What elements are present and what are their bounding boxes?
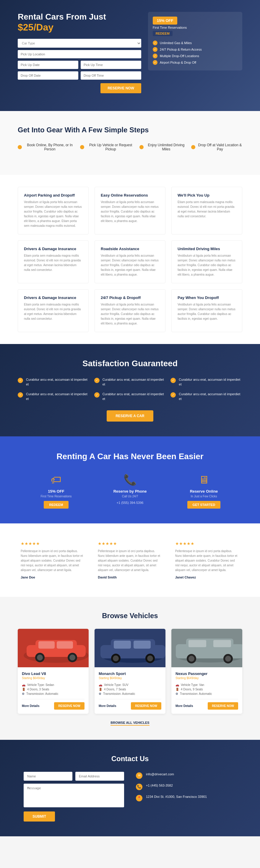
more-details-2[interactable]: More Details [176, 704, 193, 708]
get-started-button[interactable]: GET STARTED [187, 501, 221, 508]
pickup-location-input[interactable] [18, 50, 141, 58]
testimonial-2: ★★★★★ Pellentesque in ipsum id orci port… [172, 538, 242, 582]
sat-check-3: ✓ [18, 392, 23, 398]
step-item-2: Pick Up Vehicle or Request Pickup [80, 143, 135, 151]
feature-item-1: ✓ Unlimited Gas & Miles [153, 40, 237, 46]
feature-card-7: 24/7 Pickup & Dropoff Vestibulum ut ligu… [95, 289, 165, 332]
step-radio-2 [80, 145, 84, 149]
easy-heading: Renting A Car Has Never Been Easier [24, 451, 236, 462]
svg-point-29 [225, 656, 231, 662]
email-icon: ✉ [136, 772, 142, 779]
reserve-now-button[interactable]: RESERVE NOW [101, 83, 141, 93]
spec-0-2: ⚙Transmission: Automatic [22, 691, 84, 696]
contact-message-input[interactable] [24, 784, 124, 807]
svg-rect-24 [188, 640, 206, 647]
feature-item-2: ✓ 24/7 Pickup & Return Access [153, 46, 237, 53]
satisfaction-item-4: ✓ Curabitur arcu erat, accumsan id imper… [94, 392, 166, 401]
check-icon-2: ✓ [153, 47, 157, 52]
feature-card-6: Drivers & Damage Insurance Etiam porta s… [18, 289, 89, 332]
contact-info-0: ✉ info@drivecart.com [136, 772, 236, 779]
testimonial-author-1: David Smith [98, 576, 162, 579]
contact-form: SUBMIT [24, 772, 124, 822]
easy-card-0: 🏷 15% OFF First Time Reservations REDEEM [24, 474, 89, 508]
easy-card-2: 🖥 Reserve Online In Just a Few Clicks GE… [171, 474, 236, 508]
vehicle-name-1: Monarch Sport [99, 672, 161, 676]
car-type-select[interactable]: Car Type [18, 39, 141, 48]
vehicle-image-1 [95, 629, 165, 667]
steps-heading: Get Into Gear With A Few Simple Steps [18, 126, 242, 134]
vehicles-heading: Browse Vehicles [18, 612, 242, 620]
location-icon: 📍 [136, 795, 142, 801]
check-icon-4: ✓ [153, 60, 157, 65]
check-icon-3: ✓ [153, 54, 157, 58]
satisfaction-item-3: ✓ Curabitur arcu erat, accumsan id imper… [18, 392, 89, 401]
sat-check-0: ✓ [18, 378, 23, 383]
reserve-vehicle-button-1[interactable]: RESERVE NOW [131, 702, 161, 710]
vehicle-card-0: Divo Lead V8 Starting $649/day 🚗Vehicle … [18, 629, 89, 714]
spec-2-1: 🚪4 Doors, 9 Seats [176, 687, 238, 691]
vehicle-starting-0: Starting $649/day [22, 677, 84, 680]
vehicle-specs-0: 🚗Vehicle Type: Sedan 🚪4 Doors, 3 Seats ⚙… [22, 683, 84, 696]
svg-point-7 [37, 655, 43, 660]
discount-icon: 🏷 [24, 474, 89, 486]
testimonial-author-2: Janet Chavez [175, 576, 239, 579]
stars-2: ★★★★★ [175, 541, 239, 546]
vehicles-section: Browse Vehicles Divo Lead V8 [0, 597, 260, 740]
stars-1: ★★★★★ [98, 541, 162, 546]
pickup-time-input[interactable] [81, 61, 141, 69]
discount-sub: First Time Reservations [153, 26, 237, 29]
svg-rect-25 [213, 640, 231, 647]
dropoff-date-input[interactable] [18, 71, 78, 80]
discount-badge: 15% OFF [153, 17, 178, 25]
step-item-4: Drop Off at Valid Location & Pay [191, 143, 242, 151]
svg-point-27 [188, 656, 194, 662]
step-item-3: Enjoy Unlimited Driving Miles [140, 143, 186, 151]
contact-submit-button[interactable]: SUBMIT [24, 811, 55, 822]
contact-info-1: 📞 +1 (445) 563-3582 [136, 783, 236, 790]
spec-1-2: ⚙Transmission: Automatic [99, 691, 161, 696]
feature-card-2: We'll Pick You Up Etiam porta sem malesu… [171, 187, 242, 235]
satisfaction-item-5: ✓ Curabitur arcu erat, accumsan id imper… [171, 392, 242, 401]
feature-card-5: Unlimited Driving Miles Vestibulum ut li… [171, 240, 242, 283]
step-radio-3 [140, 145, 144, 149]
feature-card-4: Roadside Assistance Vestibulum ut ligula… [95, 240, 165, 283]
satisfaction-heading: Satisfaction Guaranteed [18, 359, 242, 368]
sat-check-2: ✓ [171, 378, 176, 383]
more-details-1[interactable]: More Details [99, 704, 116, 708]
redeem-button[interactable]: REDEEM [44, 501, 68, 508]
reserve-vehicle-button-0[interactable]: RESERVE NOW [54, 702, 84, 710]
contact-section: Contact Us SUBMIT ✉ info@drivecart.com 📞… [0, 740, 260, 836]
vehicle-specs-2: 🚗Vehicle Type: Van 🚪4 Doors, 9 Seats ⚙Tr… [176, 683, 238, 696]
reserve-car-button[interactable]: RESERVE A CAR [107, 410, 153, 422]
easy-card-1: 📞 Reserve by Phone Call Us 24/7 +1 (555)… [98, 474, 162, 508]
svg-rect-4 [38, 641, 55, 649]
vehicle-card-2: Nexus Passenger Starting $649/day 🚗Vehic… [171, 629, 242, 714]
svg-point-9 [69, 655, 75, 660]
steps-section: Get Into Gear With A Few Simple Steps Bo… [0, 111, 260, 175]
satisfaction-item-0: ✓ Curabitur arcu erat, accumsan id imper… [18, 377, 89, 387]
feature-card-1: Easy Online Reservations Vestibulum ut l… [95, 187, 165, 235]
phone-icon: 📞 [98, 474, 162, 486]
vehicle-starting-1: Starting $649/day [99, 677, 161, 680]
satisfaction-section: Satisfaction Guaranteed ✓ Curabitur arcu… [0, 344, 260, 436]
vehicle-starting-2: Starting $649/day [176, 677, 238, 680]
monitor-icon: 🖥 [171, 474, 236, 486]
hero-tagline: Rental Cars From Just [18, 12, 141, 22]
spec-2-0: 🚗Vehicle Type: Van [176, 683, 238, 687]
reserve-vehicle-button-2[interactable]: RESERVE NOW [208, 702, 238, 710]
step-item-1: Book Online, By Phone, or In Person [18, 143, 75, 151]
contact-phone-text: +1 (445) 563-3582 [146, 783, 173, 788]
spec-0-0: 🚗Vehicle Type: Sedan [22, 683, 84, 687]
feature-card-8: Pay When You Dropoff Vestibulum ut ligul… [171, 289, 242, 332]
more-details-0[interactable]: More Details [22, 704, 39, 708]
svg-rect-14 [114, 641, 131, 649]
contact-name-input[interactable] [24, 772, 72, 781]
feature-list: ✓ Unlimited Gas & Miles ✓ 24/7 Pickup & … [153, 40, 237, 66]
contact-email-input[interactable] [75, 772, 124, 781]
contact-info-2: 📍 1234 Divi St. #1000, San Francisco 339… [136, 794, 236, 801]
testimonial-text-1: Pellentesque in ipsum id orci porta dapi… [98, 549, 162, 572]
pickup-date-input[interactable] [18, 61, 78, 69]
testimonial-1: ★★★★★ Pellentesque in ipsum id orci port… [95, 538, 165, 582]
browse-all-link[interactable]: BROWSE ALL VEHICLES [111, 721, 149, 725]
dropoff-time-input[interactable] [81, 71, 141, 80]
